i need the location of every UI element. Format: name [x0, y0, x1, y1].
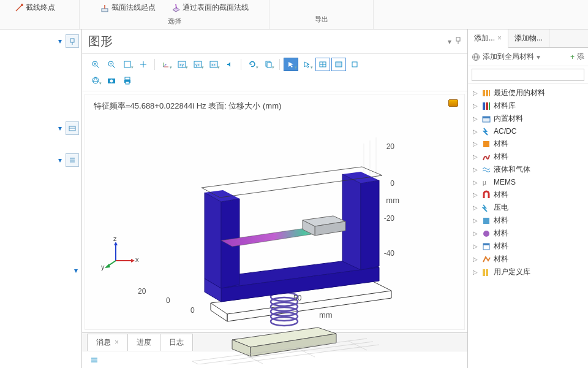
y-tick: 0	[190, 306, 195, 315]
tree-label: 材料	[494, 228, 508, 239]
tree-item-mat5[interactable]: ▷材料	[469, 240, 587, 253]
tab-add-physics[interactable]: 添加物...	[508, 29, 549, 47]
graphics-panel: 图形 ▾ xy yz xz	[82, 29, 468, 368]
tree-item-mat2[interactable]: ▷材料	[469, 150, 587, 163]
zoom-out-button[interactable]	[104, 58, 119, 71]
normal-start-icon	[100, 4, 109, 12]
center-button[interactable]	[136, 58, 151, 71]
close-icon[interactable]: ×	[497, 34, 502, 42]
tree-item-fluid[interactable]: ▷液体和气体	[469, 163, 587, 176]
left-dropdown-3[interactable]: ▾	[57, 155, 63, 166]
ribbon-item-normal-start[interactable]: 截面法线起点	[97, 1, 159, 14]
tree-label: 压电	[494, 202, 508, 213]
left-dropdown-4[interactable]: ▾	[73, 265, 79, 276]
tree-item-mat3[interactable]: ▷材料	[469, 214, 587, 227]
camera-button[interactable]	[104, 74, 119, 87]
ribbon-group-export: 导出	[282, 15, 361, 24]
right-search	[468, 66, 588, 84]
copy-button[interactable]	[261, 58, 276, 71]
left-list-icon[interactable]	[66, 153, 79, 167]
right-sub-toolbar: 添加到全局材料 ▾ + 添	[468, 48, 588, 66]
tree-label: 最近使用的材料	[494, 88, 545, 98]
view-yz-button[interactable]: yz	[190, 58, 205, 71]
z-tick: 20	[386, 142, 394, 151]
tree-item-acdc[interactable]: ▷AC/DC	[469, 125, 587, 137]
panel-pin-icon[interactable]	[455, 37, 461, 46]
y-tick: 50	[293, 294, 301, 302]
svg-rect-65	[486, 90, 488, 96]
ribbon-item-endpoint[interactable]: 截线终点	[11, 1, 59, 14]
tree-item-recent[interactable]: ▷最近使用的材料	[469, 86, 587, 99]
svg-rect-78	[483, 269, 485, 276]
svg-line-19	[113, 66, 115, 68]
svg-point-40	[92, 77, 99, 83]
tree-item-magnet[interactable]: ▷材料	[469, 188, 587, 201]
bottom-list-icon[interactable]	[87, 353, 102, 367]
svg-point-1	[21, 4, 23, 6]
graphics-title: 图形	[88, 33, 448, 50]
x-tick: 20	[138, 287, 146, 296]
svg-rect-71	[483, 117, 490, 118]
tree-label: 材料	[494, 151, 508, 162]
main-area: ▾ ▾ ▾ ▾ 图形 ▾	[0, 29, 588, 368]
render-wireframe-button[interactable]	[315, 58, 330, 71]
left-dropdown-1[interactable]: ▾	[57, 36, 63, 47]
tab-add[interactable]: 添加...×	[468, 29, 508, 48]
render-surface-button[interactable]	[331, 58, 346, 71]
add-global-label[interactable]: 添加到全局材料	[483, 52, 534, 62]
svg-line-0	[16, 5, 22, 11]
left-sidebar: ▾ ▾ ▾ ▾	[0, 29, 82, 368]
tree-item-mat4[interactable]: ▷材料	[469, 227, 587, 240]
render-transparent-button[interactable]	[347, 58, 362, 71]
print-button[interactable]	[120, 74, 135, 87]
svg-text:xz: xz	[211, 63, 216, 67]
z-tick: -40	[384, 249, 394, 258]
ribbon-item-surface-normal[interactable]: 通过表面的截面法线	[168, 1, 252, 14]
tree-item-piezo[interactable]: ▷压电	[469, 201, 587, 214]
add-label[interactable]: 添	[577, 52, 584, 62]
graphics-viewport[interactable]: 特征频率=45.688+0.022844i Hz 表面: 位移大小 (mm)	[85, 94, 465, 330]
x-unit: mm	[319, 310, 333, 320]
zoom-in-button[interactable]	[88, 58, 103, 71]
left-card-icon[interactable]	[66, 121, 79, 135]
plot-window-icon[interactable]	[448, 99, 458, 107]
sound-button[interactable]	[222, 58, 237, 71]
svg-rect-67	[483, 102, 485, 110]
ribbon-item-label: 截线终点	[26, 2, 55, 13]
svg-rect-66	[489, 90, 490, 96]
z-tick: 0	[390, 179, 394, 188]
tree-item-userlib[interactable]: ▷用户定义库	[469, 266, 587, 278]
view-xz-button[interactable]: xz	[206, 58, 221, 71]
select-none-button[interactable]	[300, 58, 314, 71]
panel-menu-icon[interactable]: ▾	[448, 37, 451, 46]
tree-item-builtin[interactable]: ▷内置材料	[469, 112, 587, 125]
axes-triad: z x y	[104, 236, 140, 274]
tree-item-matlib[interactable]: ▷材料库	[469, 99, 587, 112]
refresh-button[interactable]	[245, 58, 260, 71]
svg-rect-12	[456, 37, 460, 41]
aperture-button[interactable]	[88, 74, 103, 87]
tree-item-mat6[interactable]: ▷材料	[469, 253, 587, 266]
svg-line-4	[176, 4, 176, 9]
tree-item-mems[interactable]: ▷µMEMS	[469, 176, 587, 188]
right-tabs: 添加...× 添加物...	[468, 29, 588, 48]
view-xy-button[interactable]: xy	[175, 58, 189, 71]
select-mode-button[interactable]	[284, 58, 298, 71]
svg-rect-69	[489, 102, 490, 110]
svg-rect-38	[336, 62, 342, 67]
svg-line-15	[97, 66, 99, 68]
tree-label: 材料库	[494, 101, 516, 111]
svg-rect-39	[352, 62, 357, 67]
zoom-extents-button[interactable]	[120, 58, 135, 71]
search-input[interactable]	[472, 69, 584, 81]
svg-text:µ: µ	[483, 179, 486, 186]
z-tick: -20	[384, 214, 394, 223]
tree-item-mat1[interactable]: ▷材料	[469, 137, 587, 150]
svg-rect-77	[483, 243, 489, 245]
material-tree: ▷最近使用的材料 ▷材料库 ▷内置材料 ▷AC/DC ▷材料 ▷材料 ▷液体和气…	[468, 84, 588, 368]
left-pin-1[interactable]	[66, 34, 79, 48]
rotate-button[interactable]	[159, 58, 173, 71]
tree-label: 材料	[494, 139, 508, 149]
tree-label: 材料	[494, 254, 508, 264]
left-dropdown-2[interactable]: ▾	[57, 123, 63, 134]
